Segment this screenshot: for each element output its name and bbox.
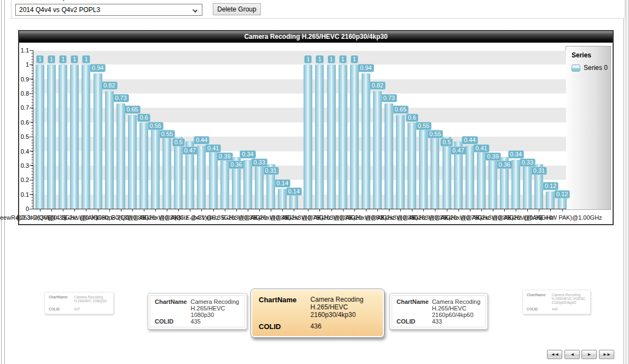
- x-axis-tick: [109, 209, 110, 212]
- chart-group-select[interactable]: 2014 Q4v4 vs Q4v2 POPL3: [15, 4, 202, 16]
- card-colid-value: 437: [74, 307, 109, 311]
- series-swatch-icon: [572, 64, 580, 72]
- x-axis-tick: [248, 209, 248, 212]
- bar-value-label: 0.47: [182, 146, 198, 155]
- card-colid-label: COLID: [527, 307, 552, 311]
- x-axis-tick: [470, 209, 470, 212]
- bar: [59, 64, 67, 209]
- legend-title: Series: [572, 51, 610, 59]
- chart-card[interactable]: ChartNameCamera Recoding H.264/AVC 1080p…: [44, 292, 114, 314]
- bar-value-label: 1: [71, 55, 78, 63]
- bar-value-label: 0.41: [205, 144, 221, 152]
- y-axis-tick: [30, 180, 33, 180]
- bar: [105, 91, 114, 209]
- card-chartname-value: Camera Recoding H.265/HEVC 1080p30: [191, 298, 240, 318]
- bar-value-label: 0.34: [240, 150, 255, 158]
- chart-card[interactable]: ChartNameCamera Recoding H.265/HEVC 1080…: [148, 293, 247, 330]
- x-axis-tick: [412, 209, 412, 212]
- bar-value-label: 0.82: [101, 81, 117, 90]
- x-axis-tick: [294, 209, 294, 212]
- y-axis-tick: [30, 50, 33, 51]
- chart-card[interactable]: ChartNameCamera Recoding H.265/HEVC 2160…: [251, 289, 385, 338]
- right-splitter-line[interactable]: [628, 0, 628, 364]
- x-axis-tick: [155, 209, 156, 212]
- bar: [117, 103, 125, 209]
- y-axis-label: 0.7: [15, 104, 29, 111]
- right-splitter-line[interactable]: [626, 0, 626, 364]
- chart-card[interactable]: ChartNameCamera Recoding H.265/HEVC 2160…: [389, 293, 488, 330]
- x-axis-tick: [86, 209, 86, 212]
- bar-value-label: 0.14: [286, 187, 302, 196]
- select-chart-group-label: Select Chart Group: [15, 0, 102, 2]
- bar-value-label: 1: [351, 55, 358, 63]
- x-axis-tick: [178, 209, 179, 212]
- bar: [139, 122, 148, 209]
- x-axis-tick: [389, 209, 389, 212]
- card-colid-label: COLID: [397, 318, 432, 325]
- bar: [511, 160, 520, 209]
- bar-value-label: 0.73: [113, 94, 129, 102]
- delete-group-button[interactable]: Delete Group: [213, 3, 261, 15]
- bar-value-label: 1: [328, 55, 335, 63]
- bar: [151, 130, 160, 209]
- bar-value-label: 0.33: [251, 158, 267, 167]
- bar-value-label: 0.94: [90, 64, 106, 72]
- card-colid-label: COLID: [155, 318, 191, 325]
- pager-first-button[interactable]: ◄◄: [547, 350, 562, 359]
- pager-next-button[interactable]: ►: [581, 350, 597, 359]
- y-axis-label: 0.8: [15, 90, 29, 97]
- bar-value-label: 0.5: [440, 138, 453, 146]
- bar-value-label: 0.39: [217, 152, 232, 161]
- x-axis-tick: [51, 209, 52, 212]
- left-splitter-line[interactable]: [1, 0, 2, 364]
- chart-card[interactable]: ChartNameCamera Recoding H.265/HEVC VDEN…: [522, 290, 591, 314]
- card-colid-value: 433: [432, 318, 481, 325]
- x-axis-tick: [236, 209, 237, 212]
- card-chartname-value: Camera Recoding H.265/HEVC 2160p30/4kp30: [311, 296, 376, 319]
- bar-value-label: 0.55: [159, 130, 175, 138]
- bar-value-label: 0.36: [228, 161, 244, 169]
- bar: [209, 150, 218, 209]
- y-axis-label: 0.2: [15, 176, 29, 184]
- bar-value-label: 0.55: [427, 130, 443, 138]
- bar: [81, 64, 90, 209]
- x-axis-tick: [562, 209, 563, 212]
- x-axis-tick: [167, 209, 167, 212]
- bar: [174, 137, 183, 209]
- y-axis-label: 0.6: [15, 119, 29, 126]
- y-axis-tick: [30, 194, 33, 195]
- bar: [197, 145, 206, 209]
- bar: [304, 64, 312, 209]
- y-axis-tick: [30, 209, 33, 209]
- bar: [488, 152, 497, 209]
- x-axis-tick: [225, 209, 225, 212]
- x-axis-tick: [458, 209, 459, 212]
- x-axis-tick: [74, 209, 75, 212]
- x-axis-tick: [40, 209, 40, 212]
- bar-value-label: 0.55: [416, 122, 432, 130]
- x-axis-tick: [343, 209, 343, 212]
- bar: [430, 130, 439, 209]
- pager-last-button[interactable]: ►►: [599, 350, 614, 359]
- y-axis-label: 0.4: [15, 148, 29, 155]
- left-splitter-line[interactable]: [4, 0, 5, 364]
- y-axis-minor-ticks: [31, 51, 33, 209]
- legend-item: Series 0: [572, 64, 610, 72]
- card-colid-value: 436: [311, 322, 376, 331]
- card-chartname-value: Camera Recoding H.265/HEVC 2160p60/4kp60: [432, 298, 481, 318]
- bar: [477, 150, 486, 209]
- bar-value-label: 0.34: [508, 150, 524, 158]
- bar-value-label: 1: [82, 55, 90, 63]
- bar-value-label: 0.44: [462, 136, 477, 144]
- bar: [373, 91, 382, 209]
- pager-prev-button[interactable]: ◄: [564, 350, 580, 359]
- x-axis-tick: [98, 209, 98, 212]
- right-splitter-line[interactable]: [624, 0, 624, 364]
- bar: [243, 160, 252, 209]
- bar: [407, 122, 416, 209]
- bar: [465, 145, 474, 209]
- y-axis-label: 0.3: [15, 162, 29, 169]
- y-axis-label: 1: [15, 61, 29, 68]
- x-axis-tick: [550, 209, 551, 212]
- x-axis-tick: [400, 209, 401, 212]
